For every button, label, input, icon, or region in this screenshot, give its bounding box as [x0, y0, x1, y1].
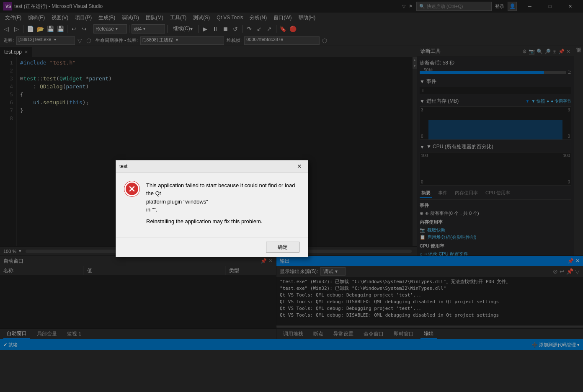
msg-line3-text: in "".	[146, 206, 157, 213]
dialog-body: This application failed to start because…	[116, 173, 308, 237]
msg-line1-text: This application failed to start because…	[146, 182, 295, 197]
dialog-footer: 确定	[116, 237, 308, 257]
error-circle-icon	[124, 181, 139, 196]
dialog-titlebar: test ✕	[116, 160, 308, 173]
error-dialog: test ✕ This application failed to start …	[116, 160, 308, 258]
dialog-title: test	[119, 163, 127, 169]
modal-overlay: test ✕ This application failed to start …	[0, 0, 583, 392]
dialog-close-button[interactable]: ✕	[294, 161, 304, 171]
error-icon-container	[124, 181, 139, 229]
dialog-message: This application failed to start because…	[146, 181, 299, 229]
dialog-ok-button[interactable]: 确定	[266, 242, 299, 253]
dialog-msg-line5: Reinstalling the application may fix thi…	[146, 217, 299, 226]
dialog-msg-line1: This application failed to start because…	[146, 181, 299, 214]
msg-line2-text: platform plugin "windows"	[146, 199, 208, 205]
